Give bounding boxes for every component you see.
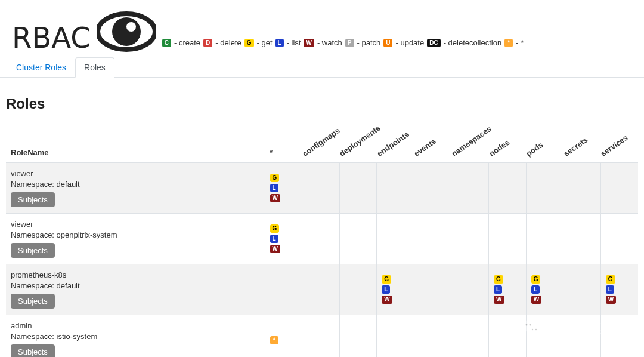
table-row: adminNamespace: istio-systemSubjects* <box>6 315 638 358</box>
perm-cell: GLW <box>489 264 527 315</box>
perm-cell: GLW <box>377 264 414 315</box>
perm-cell <box>600 214 638 264</box>
perm-cell <box>451 214 489 264</box>
perm-badge-w: W <box>531 296 541 304</box>
perm-cell: GLW <box>265 162 302 214</box>
role-namespace: Namespace: istio-system <box>11 332 260 341</box>
legend-badge-p: P <box>345 39 354 47</box>
tabs: Cluster Roles Roles <box>0 57 644 78</box>
legend-badge-c: C <box>162 39 171 47</box>
perm-cell <box>414 315 451 358</box>
column-header-namespaces: namespaces <box>451 121 489 162</box>
legend-label: - patch <box>357 38 381 47</box>
legend-badge-g: G <box>244 39 254 47</box>
perm-badge-w: W <box>382 296 392 304</box>
perm-badge-l: L <box>270 235 278 243</box>
role-cell: viewerNamespace: defaultSubjects <box>6 162 265 214</box>
svg-point-1 <box>112 17 141 46</box>
perm-badge-g: G <box>531 275 541 284</box>
column-header-nodes: nodes <box>489 121 527 162</box>
perm-badge-w: W <box>494 296 504 304</box>
perm-cell <box>489 315 527 358</box>
role-name: prometheus-k8s <box>11 270 260 279</box>
column-header-*: * <box>265 121 302 162</box>
column-header-configmaps: configmaps <box>302 121 340 162</box>
perm-badge-g: G <box>270 174 280 182</box>
perm-badge-w: W <box>270 245 280 253</box>
legend-label: - create <box>174 38 200 47</box>
perm-badge-g: G <box>494 275 503 284</box>
perm-cell <box>339 315 377 358</box>
perm-cell <box>564 214 601 264</box>
legend-badge-dc: DC <box>427 39 440 47</box>
perm-badge-w: W <box>606 296 616 304</box>
role-namespace: Namespace: default <box>11 180 260 189</box>
perm-cell <box>600 162 638 214</box>
legend: C - create D - delete G - get L - list W… <box>162 38 524 54</box>
perm-badge-l: L <box>531 285 540 294</box>
role-name: viewer <box>11 220 260 229</box>
perm-cell <box>377 214 414 264</box>
perm-badge-w: W <box>270 194 280 202</box>
roles-table: RoleName*configmapsdeploymentsendpointse… <box>6 121 638 357</box>
legend-label: - delete <box>215 38 241 47</box>
perm-badge-l: L <box>382 285 390 294</box>
perm-cell <box>564 264 601 315</box>
table-row: viewerNamespace: defaultSubjectsGLW <box>6 162 638 214</box>
perm-badge-*: * <box>270 336 278 344</box>
table-row: viewerNamespace: openpitrix-systemSubjec… <box>6 214 638 264</box>
perm-cell: GLW <box>265 214 302 264</box>
perm-badge-l: L <box>494 285 502 294</box>
perm-badge-l: L <box>270 184 278 192</box>
perm-cell <box>600 315 638 358</box>
subjects-button[interactable]: Subjects <box>11 344 55 357</box>
header: RBAC C - create D - delete G - get L - l… <box>0 0 644 57</box>
legend-label: - update <box>395 38 424 47</box>
role-cell: prometheus-k8sNamespace: defaultSubjects <box>6 264 265 315</box>
perm-cell <box>377 315 414 358</box>
role-namespace: Namespace: default <box>11 281 260 290</box>
page-title: Roles <box>6 96 638 112</box>
legend-badge-u: U <box>383 39 392 47</box>
column-header-secrets: secrets <box>564 121 601 162</box>
perm-cell <box>489 214 527 264</box>
subjects-button[interactable]: Subjects <box>11 294 55 309</box>
perm-cell <box>526 162 564 214</box>
column-header-pods: pods <box>526 121 564 162</box>
column-header-endpoints: endpoints <box>377 121 414 162</box>
legend-label: - * <box>516 38 524 47</box>
perm-cell <box>302 214 340 264</box>
perm-cell <box>339 214 377 264</box>
tab-cluster-roles[interactable]: Cluster Roles <box>7 57 75 78</box>
subjects-button[interactable]: Subjects <box>11 243 55 258</box>
perm-cell <box>414 162 451 214</box>
perm-cell <box>451 264 489 315</box>
perm-cell <box>414 264 451 315</box>
perm-cell <box>564 162 601 214</box>
legend-badge-l: L <box>275 39 284 47</box>
role-namespace: Namespace: openpitrix-system <box>11 230 260 239</box>
role-name: viewer <box>11 169 260 178</box>
legend-label: - list <box>287 38 301 47</box>
legend-label: - get <box>257 38 273 47</box>
perm-cell: * <box>265 315 302 358</box>
perm-cell <box>302 315 340 358</box>
perm-cell <box>414 214 451 264</box>
perm-cell <box>451 315 489 358</box>
perm-cell <box>339 264 377 315</box>
legend-badge-w: W <box>304 39 314 47</box>
eye-icon <box>97 11 156 54</box>
legend-badge-d: D <box>203 39 212 47</box>
column-header-deployments: deployments <box>339 121 377 162</box>
perm-cell <box>302 162 340 214</box>
tab-roles[interactable]: Roles <box>75 57 114 78</box>
subjects-button[interactable]: Subjects <box>11 192 55 207</box>
role-name: admin <box>11 321 260 330</box>
perm-cell <box>526 315 564 358</box>
perm-badge-l: L <box>606 285 614 294</box>
legend-label: - watch <box>317 38 342 47</box>
column-header-rolename: RoleName <box>6 121 265 162</box>
perm-badge-g: G <box>270 224 280 233</box>
perm-cell <box>302 264 340 315</box>
perm-cell <box>564 315 601 358</box>
